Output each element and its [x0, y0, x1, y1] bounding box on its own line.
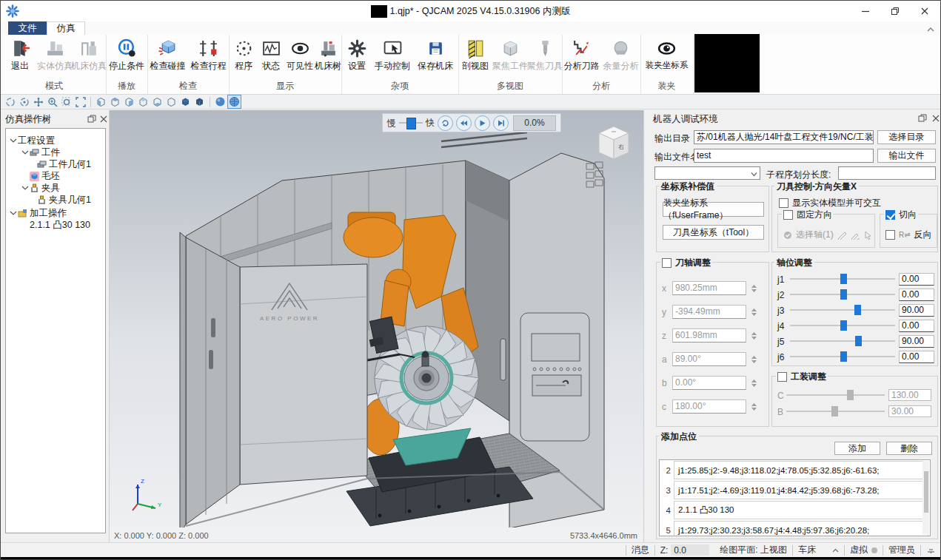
select-axis-control[interactable]: 选择轴(1) — [783, 229, 872, 241]
tree-item-workpiece[interactable]: 工件 — [6, 146, 105, 158]
pan-icon[interactable] — [32, 95, 44, 108]
axis-c-field[interactable]: 180.00° — [672, 399, 746, 414]
view-right-icon[interactable] — [137, 95, 150, 108]
view-cube[interactable]: 右 — [592, 122, 635, 163]
subprogram-input[interactable] — [838, 166, 936, 180]
j2-slider-handle[interactable] — [840, 289, 847, 300]
j2-slider[interactable] — [790, 289, 895, 300]
status-machine-select[interactable]: 车床 — [798, 544, 832, 556]
rewind-button[interactable] — [456, 115, 472, 131]
show-model-checkbox[interactable]: 显示实体模型并可交互 — [779, 197, 881, 209]
c-slider-handle[interactable] — [847, 390, 854, 400]
restore-button[interactable] — [880, 1, 910, 21]
display-mode-icon[interactable] — [926, 546, 936, 555]
output-name-input[interactable]: test — [694, 149, 874, 163]
add-point-button[interactable]: 添加 — [834, 442, 880, 455]
close-button[interactable] — [910, 1, 940, 21]
viewport-3d[interactable]: AERO POWER Z Y — [110, 110, 643, 527]
view-left-icon[interactable] — [123, 95, 135, 108]
ribbon-button-stop-condition[interactable]: 停止条件 — [107, 36, 147, 80]
axis-a-field[interactable]: 89.00° — [672, 352, 746, 366]
axis-b-spinner[interactable] — [749, 376, 759, 390]
output-file-button[interactable]: 输出文件 — [877, 149, 936, 163]
chevron-up-icon[interactable] — [832, 548, 839, 553]
j5-value[interactable]: 90.00 — [899, 335, 934, 348]
b-slider-handle[interactable] — [831, 406, 838, 416]
c-slider[interactable] — [786, 390, 885, 400]
ribbon-button-settings[interactable]: 设置 — [343, 36, 371, 80]
j4-slider-handle[interactable] — [840, 320, 847, 331]
ribbon-button-program[interactable]: 程序 — [230, 36, 257, 80]
axis-x-field[interactable]: 980.25mm — [672, 281, 746, 295]
ribbon-button-allowance-analysis[interactable]: 余量分析 — [601, 36, 640, 80]
view-top-icon[interactable] — [151, 95, 164, 108]
reverse-checkbox[interactable]: R⇌ 反向 — [885, 229, 932, 241]
view-iso-icon[interactable] — [179, 95, 192, 108]
j1-slider[interactable] — [790, 274, 895, 284]
tool-axis-checkbox[interactable]: 刀轴调整 — [660, 257, 712, 269]
tree-item-project-settings[interactable]: 工程设置 — [6, 135, 105, 146]
ribbon-button-visibility[interactable]: 可见性 — [285, 36, 315, 80]
j3-value[interactable]: 90.00 — [899, 304, 934, 317]
j6-slider-handle[interactable] — [840, 351, 847, 362]
j1-slider-handle[interactable] — [840, 274, 847, 284]
points-scrollbar[interactable] — [922, 461, 929, 535]
j5-slider-handle[interactable] — [855, 336, 862, 346]
tab-file[interactable]: 文件 — [8, 21, 47, 35]
select-dir-button[interactable]: 选择目录 — [877, 130, 936, 144]
fixture-frame-button[interactable]: 装夹坐标系（fUserFrame） — [663, 202, 764, 217]
minimize-button[interactable] — [851, 1, 880, 21]
axis-b-field[interactable]: 0.00° — [672, 376, 746, 390]
play-button[interactable] — [475, 115, 490, 131]
view-back-icon[interactable] — [109, 95, 121, 108]
zoom-icon[interactable] — [46, 95, 58, 108]
close-panel-icon[interactable] — [931, 114, 940, 123]
j3-slider-handle[interactable] — [854, 305, 861, 315]
ribbon-button-focus-workpiece[interactable]: 聚焦工件 — [492, 36, 528, 80]
ribbon-button-manual-control[interactable]: 手动控制 — [371, 36, 414, 80]
j4-value[interactable]: 0.00 — [899, 320, 934, 332]
tree-item-workpiece-geom[interactable]: 工件几何1 — [6, 158, 105, 170]
view-front-icon[interactable] — [95, 95, 107, 108]
float-panel-icon[interactable] — [87, 115, 96, 124]
b-slider[interactable] — [786, 406, 885, 416]
float-panel-icon[interactable] — [918, 114, 927, 123]
delete-point-button[interactable]: 删除 — [886, 442, 932, 455]
point-row[interactable]: 3 j1:17.51;j2:-4.69;j3:119.01;j4:84.42;j… — [660, 480, 930, 500]
ribbon-button-machine-sim[interactable]: 机床仿真 — [72, 36, 106, 80]
b-value[interactable]: 30.00 — [888, 405, 931, 417]
step-button[interactable] — [493, 115, 509, 131]
close-panel-icon[interactable] — [99, 115, 108, 124]
view-bottom-icon[interactable] — [165, 95, 178, 108]
view-iso2-icon[interactable] — [193, 95, 206, 108]
ribbon-button-check-collision[interactable]: 检查碰撞 — [147, 36, 188, 80]
scrollbar-thumb[interactable] — [924, 471, 928, 513]
tree-item-operation[interactable]: 2.1.1 凸30 130 — [6, 219, 105, 231]
fixture-adjust-checkbox[interactable]: 工装调整 — [776, 371, 828, 383]
axis-y-field[interactable]: -394.49mm — [672, 305, 746, 319]
ribbon-button-section-view[interactable]: 剖视图 — [458, 36, 492, 80]
shaded-sphere-icon[interactable] — [214, 95, 227, 108]
tangent-checkbox[interactable]: 切向 — [884, 209, 918, 221]
axis-z-spinner[interactable] — [749, 328, 759, 343]
ribbon-button-exit[interactable]: 退出 — [4, 36, 36, 80]
ribbon-button-machine-tree[interactable]: 机床树 — [315, 36, 341, 80]
zoom-window-icon[interactable] — [60, 95, 73, 108]
ribbon-button-focus-tool[interactable]: 聚焦刀具 — [528, 36, 562, 80]
format-combobox[interactable] — [654, 166, 760, 180]
output-dir-input[interactable]: 苏/01机器人抛光/14叶盘工程文件19/NC/工装测试2 — [694, 130, 874, 144]
tree-item-blank[interactable]: 毛坯 — [6, 170, 105, 182]
orbit-icon[interactable] — [4, 95, 16, 108]
speed-slider-handle[interactable] — [406, 118, 416, 129]
point-row[interactable]: 5 j1:29.73;j2:30.23;j3:58.67;j4:4.48;j5:… — [660, 520, 930, 536]
axis-a-spinner[interactable] — [749, 352, 759, 366]
status-message[interactable]: 消息 — [632, 544, 649, 556]
orbit-center-icon[interactable] — [18, 95, 30, 108]
j1-value[interactable]: 0.00 — [899, 273, 934, 286]
point-row[interactable]: 4 2.1.1 凸30 130 — [660, 500, 930, 520]
ribbon-collapse-icon[interactable] — [926, 26, 935, 33]
ribbon-button-status[interactable]: 状态 — [257, 36, 285, 80]
ribbon-button-fixture-frame[interactable]: 装夹坐标系 — [640, 36, 693, 80]
axis-x-spinner[interactable] — [749, 281, 759, 295]
j4-slider[interactable] — [790, 320, 895, 331]
